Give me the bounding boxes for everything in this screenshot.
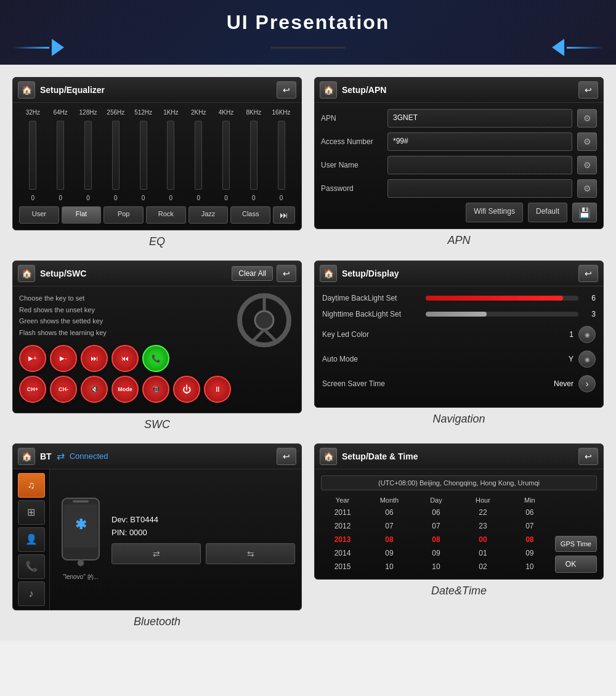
bt-connected-status: Connected xyxy=(70,451,108,461)
swc-btn-power[interactable]: ⏻ xyxy=(173,376,200,403)
swc-btn-pause[interactable]: ⏸ xyxy=(204,376,231,403)
eq-slider-8[interactable] xyxy=(243,121,265,190)
dt-hour-02[interactable]: 02 xyxy=(461,560,505,573)
eq-next-button[interactable]: ⏭ xyxy=(273,206,295,224)
apn-input-password[interactable] xyxy=(387,179,572,198)
eq-preset-rock[interactable]: Rock xyxy=(146,206,186,224)
dt-day-08[interactable]: 08 xyxy=(415,533,458,546)
dt-min-09[interactable]: 09 xyxy=(508,547,551,559)
dt-values-min: 06 07 08 09 10 xyxy=(508,506,551,573)
swc-btn-vol-dn[interactable]: ▶- xyxy=(50,345,77,372)
dt-month-06[interactable]: 06 xyxy=(368,506,411,519)
dt-min-10[interactable]: 10 xyxy=(508,560,551,573)
swc-btn-vol-up[interactable]: ▶+ xyxy=(19,345,46,372)
display-home-icon[interactable]: 🏠 xyxy=(320,265,337,282)
swc-home-icon[interactable]: 🏠 xyxy=(18,265,35,282)
apn-back-button[interactable]: ↩ xyxy=(578,81,598,99)
swc-title-bar: 🏠 Setup/SWC Clear All ↩ xyxy=(13,261,301,286)
display-toggle-keyled[interactable]: ◉ xyxy=(578,326,596,343)
bt-sidebar-music[interactable]: ♫ xyxy=(18,473,45,498)
bt-sidebar-phone[interactable]: 📞 xyxy=(18,554,45,579)
bt-sidebar-music2[interactable]: ♪ xyxy=(18,581,45,606)
swc-btn-hangup[interactable]: 📵 xyxy=(142,376,169,403)
dt-min-08[interactable]: 08 xyxy=(508,533,551,546)
eq-slider-3[interactable] xyxy=(105,121,127,190)
dt-day-06[interactable]: 06 xyxy=(415,506,458,519)
dt-val-2014[interactable]: 2014 xyxy=(321,547,364,559)
dt-hour-00[interactable]: 00 xyxy=(461,533,505,546)
eq-slider-6[interactable] xyxy=(187,121,209,190)
dt-gps-button[interactable]: GPS Time xyxy=(555,536,597,552)
eq-slider-9[interactable] xyxy=(270,121,293,190)
swc-btn-ch-plus[interactable]: CH+ xyxy=(19,376,46,403)
eq-slider-7[interactable] xyxy=(215,121,237,190)
display-slider-daytime[interactable] xyxy=(426,296,578,301)
dt-hour-23[interactable]: 23 xyxy=(461,520,505,532)
swc-btn-mode[interactable]: Mode xyxy=(111,376,139,403)
swc-btn-next[interactable]: ⏭ xyxy=(81,345,108,372)
eq-preset-user[interactable]: User xyxy=(19,206,59,224)
eq-slider-0[interactable] xyxy=(22,121,44,190)
swc-btn-answer[interactable]: 📞 xyxy=(142,345,169,372)
dt-month-07[interactable]: 07 xyxy=(368,520,411,532)
eq-preset-class[interactable]: Class xyxy=(230,206,270,224)
eq-slider-5[interactable] xyxy=(160,121,182,190)
apn-save-button[interactable]: 💾 xyxy=(572,203,597,222)
bt-sidebar-contacts[interactable]: 👤 xyxy=(18,527,45,552)
bt-disconnect-button[interactable]: ⇆ xyxy=(206,543,295,564)
apn-input-access[interactable]: *99# xyxy=(387,132,572,151)
dt-hour-01[interactable]: 01 xyxy=(461,547,505,559)
dt-val-2013[interactable]: 2013 xyxy=(321,533,364,546)
dt-col-year: Year 2011 2012 2013 2014 2015 xyxy=(321,496,364,573)
bt-back-button[interactable]: ↩ xyxy=(277,448,296,465)
dt-min-06[interactable]: 06 xyxy=(508,506,551,519)
swc-btn-prev[interactable]: ⏮ xyxy=(111,345,139,372)
eq-home-icon[interactable]: 🏠 xyxy=(18,81,35,99)
swc-back-button[interactable]: ↩ xyxy=(277,265,296,282)
dt-day-10[interactable]: 10 xyxy=(415,560,458,573)
dt-back-button[interactable]: ↩ xyxy=(578,448,598,465)
eq-preset-flat[interactable]: Flat xyxy=(62,206,102,224)
apn-input-username[interactable] xyxy=(387,156,572,174)
dt-month-10[interactable]: 10 xyxy=(368,560,411,573)
display-nav-screensaver[interactable]: › xyxy=(578,375,596,392)
dt-hour-22[interactable]: 22 xyxy=(461,506,505,519)
eq-back-button[interactable]: ↩ xyxy=(277,81,296,99)
apn-gear-apn[interactable]: ⚙ xyxy=(577,109,597,127)
display-back-button[interactable]: ↩ xyxy=(578,265,598,282)
dt-val-2015[interactable]: 2015 xyxy=(321,560,364,573)
dt-home-icon[interactable]: 🏠 xyxy=(320,448,337,465)
swc-btn-ch-minus[interactable]: CH- xyxy=(50,376,77,403)
apn-bottom: Wifi Settings Default 💾 xyxy=(321,203,597,222)
eq-slider-1[interactable] xyxy=(49,121,71,190)
dt-ok-button[interactable]: OK xyxy=(555,556,597,573)
dt-month-09[interactable]: 09 xyxy=(368,547,411,559)
dt-val-2011[interactable]: 2011 xyxy=(321,506,364,519)
bt-home-icon[interactable]: 🏠 xyxy=(18,448,35,465)
dt-val-2012[interactable]: 2012 xyxy=(321,520,364,532)
bt-connect-button[interactable]: ⇄ xyxy=(111,543,201,564)
apn-input-apn[interactable]: 3GNET xyxy=(387,109,572,127)
display-toggle-auto[interactable]: ◉ xyxy=(578,350,596,368)
apn-gear-username[interactable]: ⚙ xyxy=(577,156,597,174)
swc-clear-all-button[interactable]: Clear All xyxy=(232,266,273,281)
apn-default-button[interactable]: Default xyxy=(528,203,567,222)
apn-gear-access[interactable]: ⚙ xyxy=(577,132,597,151)
eq-preset-pop[interactable]: Pop xyxy=(103,206,144,224)
freq-4khz: 4KHz xyxy=(215,109,237,116)
apn-home-icon[interactable]: 🏠 xyxy=(320,81,337,99)
dt-month-08[interactable]: 08 xyxy=(368,533,411,546)
apn-gear-password[interactable]: ⚙ xyxy=(577,179,597,198)
dt-day-09[interactable]: 09 xyxy=(415,547,458,559)
dt-day-07[interactable]: 07 xyxy=(415,520,458,532)
eq-slider-2[interactable] xyxy=(77,121,99,190)
dt-min-07[interactable]: 07 xyxy=(508,520,551,532)
bt-sidebar-grid[interactable]: ⊞ xyxy=(18,500,45,525)
display-slider-nighttime[interactable] xyxy=(426,312,578,317)
swc-btn-mute[interactable]: 🔇 xyxy=(81,376,108,403)
eq-preset-jazz[interactable]: Jazz xyxy=(188,206,229,224)
dt-screen: 🏠 Setup/Date & Time ↩ (UTC+08:00) Beijin… xyxy=(314,443,604,580)
apn-wifi-button[interactable]: Wifi Settings xyxy=(466,203,523,222)
main-content: 🏠 Setup/Equalizer ↩ 32Hz 64Hz 128Hz 256H… xyxy=(0,65,616,641)
eq-slider-4[interactable] xyxy=(132,121,155,190)
